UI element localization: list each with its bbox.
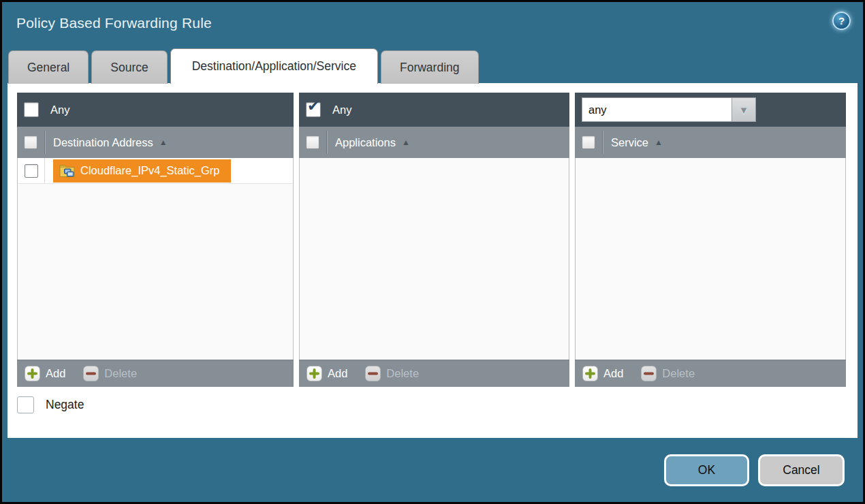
table-row[interactable]: Cloudflare_IPv4_Static_Grp [18,158,293,184]
destination-delete-button[interactable]: Delete [83,366,137,381]
destination-select-all-checkbox[interactable] [24,136,37,149]
add-plus-icon [306,366,322,381]
delete-button-label: Delete [104,367,137,380]
ok-button[interactable]: OK [664,454,749,486]
service-column: any ▼ Service ▲ [575,93,846,387]
tab-forwarding[interactable]: Forwarding [381,50,479,84]
checkmark-icon: ✔ [307,99,319,114]
header-separator [326,131,327,154]
destination-any-bar: Any [17,93,294,127]
sort-asc-icon: ▲ [655,138,663,147]
destination-address-column: Any Destination Address ▲ [17,93,294,387]
applications-header[interactable]: Applications ▲ [299,127,569,158]
applications-any-bar: ✔ Any [299,93,569,127]
destination-address-list: Cloudflare_IPv4_Static_Grp [17,158,294,360]
delete-button-label: Delete [386,367,419,380]
add-button-label: Add [46,367,65,380]
service-dropdown-bar: any ▼ [575,93,846,127]
header-separator [44,131,45,154]
applications-list [299,158,569,360]
applications-add-button[interactable]: Add [306,366,347,381]
add-plus-icon [25,366,40,381]
header-separator [602,131,603,154]
tab-panel: Any Destination Address ▲ [7,83,858,438]
help-icon[interactable]: ? [832,12,851,30]
dropdown-arrow-button[interactable]: ▼ [732,97,756,122]
destination-any-checkbox[interactable] [24,102,39,117]
destination-address-header[interactable]: Destination Address ▲ [17,127,294,158]
service-header-label: Service [611,136,648,149]
sort-asc-icon: ▲ [402,138,410,147]
address-object-label: Cloudflare_IPv4_Static_Grp [80,164,220,177]
tab-general[interactable]: General [8,50,89,84]
applications-header-label: Applications [335,136,396,149]
destination-add-button[interactable]: Add [25,366,65,381]
service-dropdown[interactable]: any ▼ [582,97,756,122]
destination-toolbar: Add Delete [17,360,294,387]
applications-select-all-checkbox[interactable] [306,136,319,149]
selected-address-object[interactable]: Cloudflare_IPv4_Static_Grp [53,159,231,183]
row-checkbox[interactable] [25,164,38,178]
delete-minus-icon [83,366,99,381]
applications-any-label: Any [332,104,351,116]
applications-toolbar: Add Delete [299,360,569,387]
destination-address-header-label: Destination Address [53,136,153,149]
delete-minus-icon [365,366,381,381]
tab-destination-application-service[interactable]: Destination/Application/Service [170,48,378,84]
service-toolbar: Add Delete [575,360,846,387]
service-delete-button[interactable]: Delete [641,366,695,381]
cancel-button[interactable]: Cancel [758,454,845,486]
titlebar: Policy Based Forwarding Rule ? [2,2,863,47]
sort-asc-icon: ▲ [159,138,168,147]
applications-delete-button[interactable]: Delete [365,366,419,381]
service-header[interactable]: Service ▲ [575,127,846,158]
service-list [575,158,846,360]
service-dropdown-value[interactable]: any [582,97,732,122]
add-button-label: Add [603,367,623,380]
applications-column: ✔ Any Applications ▲ Add [299,93,569,387]
chevron-down-icon: ▼ [739,104,749,116]
add-button-label: Add [328,367,347,380]
tab-bar: General Source Destination/Application/S… [8,48,479,84]
negate-row: Negate [17,396,84,413]
add-plus-icon [582,366,598,381]
service-select-all-checkbox[interactable] [582,136,595,149]
negate-checkbox[interactable] [17,396,34,413]
destination-any-label: Any [50,104,69,116]
dialog-buttons: OK Cancel [664,454,845,486]
columns-container: Any Destination Address ▲ [17,93,846,387]
tab-source[interactable]: Source [91,50,167,84]
applications-any-checkbox[interactable]: ✔ [306,102,321,117]
row-checkbox-cell [18,158,45,183]
pbf-rule-dialog: Policy Based Forwarding Rule ? General S… [0,0,865,504]
dialog-title: Policy Based Forwarding Rule [16,15,212,31]
delete-button-label: Delete [662,367,695,380]
negate-label: Negate [46,398,84,412]
service-add-button[interactable]: Add [582,366,623,381]
address-group-icon [59,163,75,178]
delete-minus-icon [641,366,657,381]
